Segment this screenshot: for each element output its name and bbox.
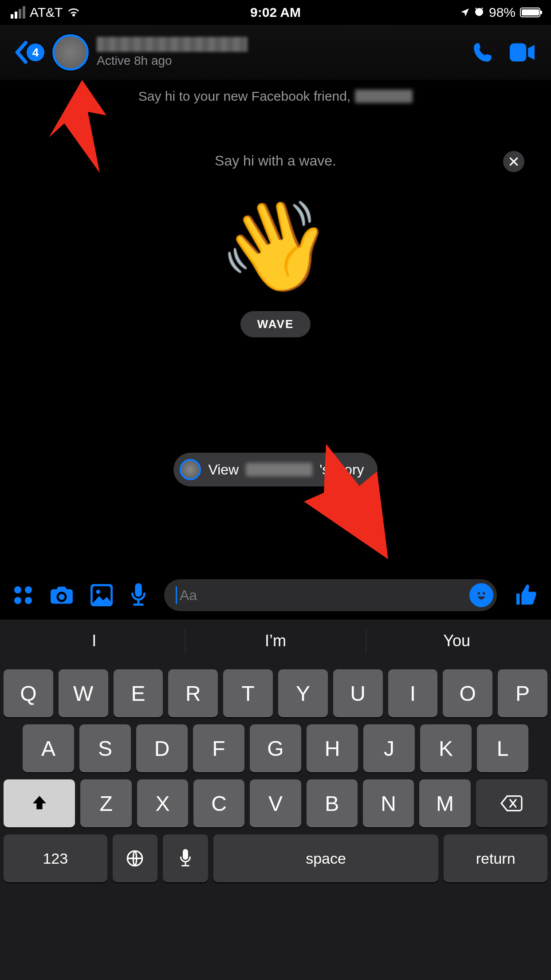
numbers-key[interactable]: 123 [4, 834, 107, 882]
key-row-3: Z X C V B N M [4, 779, 547, 827]
key-m[interactable]: M [419, 779, 470, 827]
globe-key[interactable] [113, 834, 158, 882]
key-j[interactable]: J [363, 724, 415, 772]
key-row-2: A S D F G H J K L [4, 724, 547, 772]
key-h[interactable]: H [307, 724, 358, 772]
close-wave-button[interactable] [503, 151, 524, 172]
contact-avatar[interactable] [52, 34, 89, 71]
emoji-picker-icon[interactable] [469, 583, 493, 607]
message-input-container[interactable] [164, 579, 497, 611]
key-n[interactable]: N [363, 779, 414, 827]
status-time: 9:02 AM [250, 5, 301, 20]
active-status: Active 8h ago [97, 54, 460, 68]
contact-name-redacted [97, 37, 248, 52]
back-unread-badge: 4 [27, 43, 44, 61]
key-r[interactable]: R [168, 669, 218, 717]
key-f[interactable]: F [193, 724, 244, 772]
more-actions-icon[interactable] [13, 585, 33, 605]
video-call-button[interactable] [507, 37, 538, 68]
key-w[interactable]: W [59, 669, 108, 717]
story-avatar-icon [180, 459, 201, 480]
key-a[interactable]: A [23, 724, 74, 772]
story-prefix: View [208, 462, 239, 478]
svg-rect-8 [183, 849, 188, 860]
svg-point-4 [474, 588, 489, 603]
view-story-button[interactable]: View 's story [173, 453, 377, 486]
message-composer [0, 571, 551, 620]
camera-icon[interactable] [50, 585, 74, 605]
key-t[interactable]: T [223, 669, 273, 717]
keyboard: I I’m You Q W E R T Y U I O P A S D F G … [0, 620, 551, 980]
svg-point-2 [96, 590, 101, 594]
key-g[interactable]: G [250, 724, 301, 772]
key-o[interactable]: O [443, 669, 492, 717]
suggestion-bar: I I’m You [4, 620, 547, 662]
gallery-icon[interactable] [91, 584, 113, 606]
thumbs-up-icon[interactable] [514, 583, 538, 607]
intro-prefix: Say hi to your new Facebook friend, [138, 89, 351, 104]
voice-call-button[interactable] [468, 37, 499, 68]
svg-rect-3 [135, 583, 142, 597]
key-z[interactable]: Z [80, 779, 131, 827]
location-icon [460, 5, 469, 20]
key-l[interactable]: L [477, 724, 528, 772]
battery-icon [520, 8, 540, 17]
backspace-key[interactable] [476, 779, 547, 827]
contact-title-area[interactable]: Active 8h ago [97, 37, 460, 68]
back-button[interactable]: 4 [13, 40, 44, 64]
key-p[interactable]: P [498, 669, 547, 717]
return-key[interactable]: return [444, 834, 547, 882]
story-suffix: 's story [319, 462, 364, 478]
key-k[interactable]: K [420, 724, 472, 772]
key-row-1: Q W E R T Y U I O P [4, 669, 547, 717]
battery-percent: 98% [489, 5, 516, 20]
new-friend-intro: Say hi to your new Facebook friend, [138, 89, 413, 104]
suggestion-2[interactable]: I’m [185, 620, 366, 662]
alarm-icon [474, 5, 484, 20]
key-y[interactable]: Y [278, 669, 328, 717]
key-i[interactable]: I [388, 669, 438, 717]
mic-icon[interactable] [130, 583, 147, 607]
shift-key[interactable] [4, 779, 75, 827]
wave-button[interactable]: WAVE [240, 311, 311, 337]
svg-rect-0 [510, 43, 526, 61]
space-key[interactable]: space [213, 834, 439, 882]
suggestion-3[interactable]: You [366, 620, 547, 662]
key-d[interactable]: D [136, 724, 188, 772]
key-b[interactable]: B [307, 779, 358, 827]
signal-icon [11, 6, 25, 19]
wifi-icon [67, 8, 80, 17]
key-v[interactable]: V [250, 779, 301, 827]
chat-header: 4 Active 8h ago [0, 25, 551, 80]
text-cursor [176, 586, 177, 604]
status-bar: AT&T 9:02 AM 98% [0, 0, 551, 25]
wave-emoji[interactable]: 👋 [214, 193, 336, 296]
key-e[interactable]: E [114, 669, 163, 717]
key-s[interactable]: S [79, 724, 131, 772]
conversation-area: Say hi to your new Facebook friend, Say … [0, 80, 551, 571]
dictation-key[interactable] [163, 834, 208, 882]
key-u[interactable]: U [333, 669, 383, 717]
svg-point-5 [478, 592, 480, 595]
carrier-text: AT&T [30, 5, 63, 20]
intro-name-redacted [355, 90, 413, 103]
svg-point-6 [483, 592, 485, 595]
key-q[interactable]: Q [4, 669, 53, 717]
key-c[interactable]: C [193, 779, 244, 827]
key-x[interactable]: X [137, 779, 188, 827]
suggestion-1[interactable]: I [4, 620, 185, 662]
message-input[interactable] [180, 587, 469, 604]
key-row-4: 123 space return [4, 834, 547, 882]
wave-prompt: Say hi with a wave. [215, 153, 336, 169]
story-name-redacted [246, 463, 312, 476]
